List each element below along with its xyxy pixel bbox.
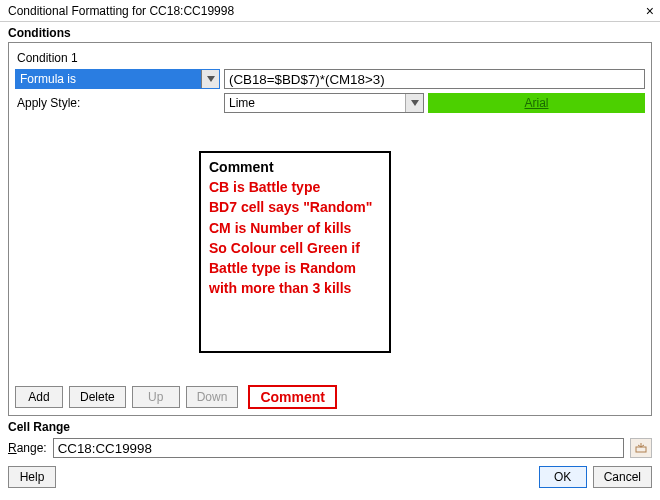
comment-line: CB is Battle type [209, 177, 381, 197]
formula-input[interactable] [224, 69, 645, 89]
conditions-section-label: Conditions [0, 22, 660, 42]
title-bar: Conditional Formatting for CC18:CC19998 … [0, 0, 660, 22]
style-preview: Arial [428, 93, 645, 113]
condition-button-row: Add Delete Up Down Comment [15, 385, 337, 409]
close-icon[interactable]: × [646, 4, 654, 18]
style-combo-value: Lime [225, 96, 405, 110]
style-combo[interactable]: Lime [224, 93, 424, 113]
help-button[interactable]: Help [8, 466, 56, 488]
comment-line: Battle type is Random [209, 258, 381, 278]
svg-rect-0 [636, 447, 646, 452]
apply-style-row: Apply Style: Lime Arial [15, 93, 645, 113]
conditions-panel: Condition 1 Formula is Apply Style: Lime… [8, 42, 652, 416]
cancel-button[interactable]: Cancel [593, 466, 652, 488]
comment-box: Comment CB is Battle type BD7 cell says … [199, 151, 391, 353]
range-label: Range: [8, 441, 47, 455]
comment-box-title: Comment [209, 159, 381, 175]
window-title: Conditional Formatting for CC18:CC19998 [8, 4, 234, 18]
chevron-down-icon[interactable] [405, 94, 423, 112]
cell-range-row: Range: [0, 436, 660, 462]
delete-button[interactable]: Delete [69, 386, 126, 408]
condition-type-value: Formula is [16, 72, 201, 86]
apply-style-label: Apply Style: [15, 96, 220, 110]
comment-line: with more than 3 kills [209, 278, 381, 298]
cell-range-section-label: Cell Range [0, 416, 660, 436]
chevron-down-icon[interactable] [201, 70, 219, 88]
condition-header: Condition 1 [15, 49, 645, 69]
ok-button[interactable]: OK [539, 466, 587, 488]
condition-type-combo[interactable]: Formula is [15, 69, 220, 89]
range-input[interactable] [53, 438, 624, 458]
comment-line: So Colour cell Green if [209, 238, 381, 258]
shrink-icon[interactable] [630, 438, 652, 458]
comment-line: BD7 cell says "Random" [209, 197, 381, 217]
condition-type-row: Formula is [15, 69, 645, 89]
up-button: Up [132, 386, 180, 408]
down-button: Down [186, 386, 239, 408]
dialog-footer: Help OK Cancel [0, 462, 660, 494]
comment-line: CM is Number of kills [209, 218, 381, 238]
add-button[interactable]: Add [15, 386, 63, 408]
comment-button[interactable]: Comment [248, 385, 337, 409]
